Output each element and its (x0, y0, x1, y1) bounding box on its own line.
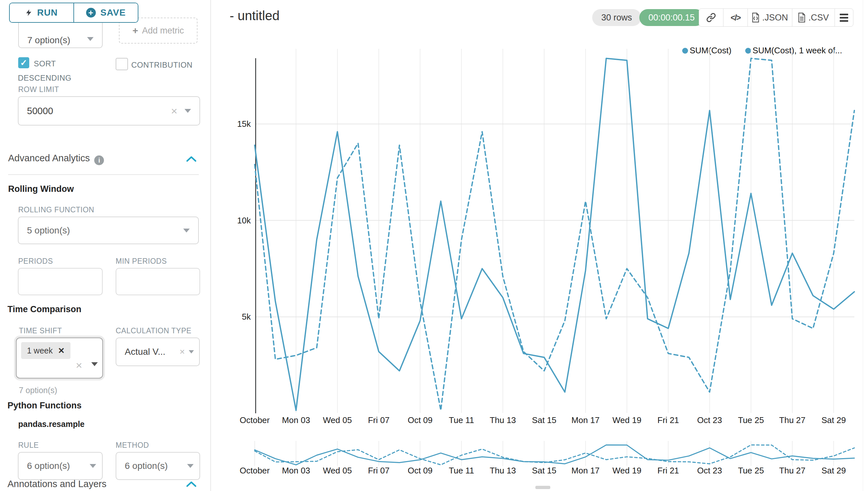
x-axis-tick-label: Sat 15 (532, 415, 556, 425)
mini-x-axis-tick-label: Fri 21 (657, 466, 679, 475)
mini-x-axis-tick-label: Mon 17 (571, 466, 600, 475)
time-series-line-chart[interactable]: 5k10k15kOctoberMon 03Wed 05Fri 07Oct 09T… (0, 0, 868, 491)
x-axis-tick-label: Fri 21 (657, 415, 679, 425)
mini-x-axis-tick-label: Thu 27 (779, 466, 806, 475)
plus-circle-icon: + (86, 8, 96, 18)
mini-series-line-dashed[interactable] (255, 445, 855, 465)
x-axis-tick-label: Oct 23 (697, 415, 722, 425)
panel-resize-handle[interactable] (535, 486, 550, 489)
x-axis-tick-label: Mon 17 (571, 415, 600, 425)
mini-x-axis-tick-label: Wed 05 (323, 466, 352, 475)
y-axis-tick-label: 15k (237, 119, 251, 129)
run-button-label: RUN (37, 7, 58, 18)
mini-x-axis-tick-label: Fri 07 (368, 466, 390, 475)
mini-x-axis-tick-label: Mon 03 (282, 466, 310, 475)
x-axis-tick-label: Thu 27 (779, 415, 806, 425)
x-axis-tick-label: Tue 11 (449, 415, 474, 425)
series-line-dashed[interactable] (255, 59, 855, 411)
x-axis-tick-label: Wed 05 (323, 415, 352, 425)
y-axis-tick-label: 5k (242, 312, 251, 322)
mini-x-axis-tick-label: Oct 23 (697, 466, 722, 475)
x-axis-tick-label: Wed 19 (612, 415, 641, 425)
x-axis-tick-label: Oct 09 (408, 415, 433, 425)
mini-x-axis-tick-label: Thu 13 (490, 466, 516, 475)
run-button[interactable]: RUN (10, 3, 74, 22)
save-button[interactable]: + SAVE (74, 3, 138, 22)
lightning-icon (25, 8, 32, 18)
mini-series-line-solid[interactable] (255, 445, 855, 465)
mini-x-axis-tick-label: October (240, 466, 270, 475)
mini-x-axis-tick-label: Sat 29 (822, 466, 846, 475)
run-save-button-group: RUN + SAVE (9, 3, 138, 23)
series-line-solid[interactable] (255, 59, 855, 411)
panel-right-border (863, 0, 863, 491)
save-button-label: SAVE (100, 7, 126, 18)
x-axis-tick-label: Thu 13 (490, 415, 516, 425)
mini-x-axis-tick-label: Wed 19 (612, 466, 641, 475)
x-axis-tick-label: Sat 29 (822, 415, 846, 425)
mini-x-axis-tick-label: Tue 25 (738, 466, 764, 475)
mini-x-axis-tick-label: Oct 09 (408, 466, 433, 475)
y-axis-tick-label: 10k (237, 215, 251, 225)
x-axis-tick-label: Mon 03 (282, 415, 310, 425)
x-axis-tick-label: October (240, 415, 270, 425)
mini-x-axis-tick-label: Sat 15 (532, 466, 556, 475)
mini-x-axis-tick-label: Tue 11 (449, 466, 474, 475)
x-axis-tick-label: Tue 25 (738, 415, 764, 425)
x-axis-tick-label: Fri 07 (368, 415, 390, 425)
